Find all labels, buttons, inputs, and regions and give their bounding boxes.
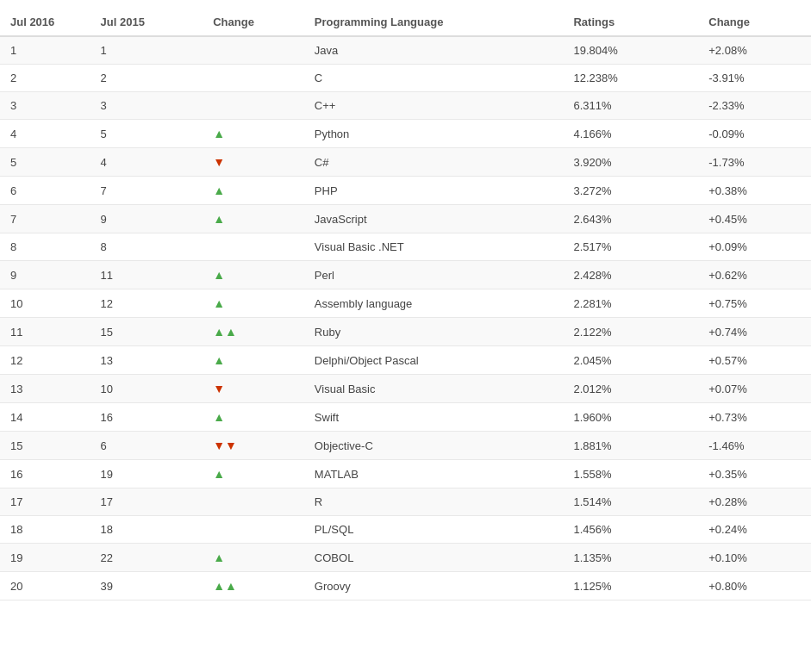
- cell-change-arrow: ▼▼: [203, 432, 304, 460]
- table-row: 13 10 ▼ Visual Basic 2.012% +0.07%: [0, 375, 811, 403]
- cell-change-value: +0.24%: [698, 516, 811, 544]
- cell-change-arrow: [203, 516, 304, 544]
- cell-jul2016: 6: [0, 177, 90, 205]
- cell-change-value: +0.80%: [698, 572, 811, 600]
- header-change2: Change: [698, 9, 811, 36]
- cell-jul2015: 11: [90, 261, 203, 289]
- cell-jul2016: 15: [0, 432, 90, 460]
- cell-change-arrow: ▲: [203, 403, 304, 432]
- cell-ratings: 6.311%: [563, 92, 698, 120]
- cell-change-arrow: [203, 65, 304, 92]
- cell-ratings: 1.514%: [563, 488, 698, 516]
- cell-change-arrow: [203, 36, 304, 65]
- cell-change-value: -1.73%: [698, 148, 811, 177]
- cell-change-value: +0.09%: [698, 233, 811, 261]
- cell-jul2015: 39: [90, 572, 203, 600]
- cell-lang: Visual Basic .NET: [304, 233, 564, 261]
- table-row: 11 15 ▲▲ Ruby 2.122% +0.74%: [0, 318, 811, 346]
- cell-change-value: -2.33%: [698, 92, 811, 120]
- cell-jul2015: 1: [90, 36, 203, 65]
- cell-ratings: 2.122%: [563, 318, 698, 346]
- header-ratings: Ratings: [563, 9, 698, 36]
- cell-lang: Visual Basic: [304, 375, 564, 403]
- cell-lang: Python: [304, 120, 564, 148]
- cell-lang: MATLAB: [304, 460, 564, 488]
- cell-jul2015: 16: [90, 403, 203, 432]
- header-jul2016: Jul 2016: [0, 9, 90, 36]
- cell-jul2016: 7: [0, 205, 90, 233]
- cell-jul2015: 17: [90, 488, 203, 516]
- cell-jul2016: 13: [0, 375, 90, 403]
- cell-jul2016: 3: [0, 92, 90, 120]
- cell-change-arrow: ▲: [203, 205, 304, 233]
- main-container: Jul 2016 Jul 2015 Change Programming Lan…: [0, 0, 811, 609]
- cell-jul2016: 8: [0, 233, 90, 261]
- cell-change-value: +2.08%: [698, 36, 811, 65]
- cell-change-arrow: ▲: [203, 544, 304, 572]
- cell-change-value: +0.35%: [698, 460, 811, 488]
- cell-jul2016: 11: [0, 318, 90, 346]
- cell-change-arrow: [203, 233, 304, 261]
- cell-ratings: 12.238%: [563, 65, 698, 92]
- table-row: 14 16 ▲ Swift 1.960% +0.73%: [0, 403, 811, 432]
- cell-change-value: +0.10%: [698, 544, 811, 572]
- cell-jul2016: 12: [0, 346, 90, 375]
- cell-change-value: -3.91%: [698, 65, 811, 92]
- table-row: 12 13 ▲ Delphi/Object Pascal 2.045% +0.5…: [0, 346, 811, 375]
- cell-ratings: 1.960%: [563, 403, 698, 432]
- cell-jul2016: 2: [0, 65, 90, 92]
- table-row: 5 4 ▼ C# 3.920% -1.73%: [0, 148, 811, 177]
- cell-jul2015: 7: [90, 177, 203, 205]
- table-row: 9 11 ▲ Perl 2.428% +0.62%: [0, 261, 811, 289]
- cell-ratings: 19.804%: [563, 36, 698, 65]
- cell-jul2016: 4: [0, 120, 90, 148]
- cell-change-value: -0.09%: [698, 120, 811, 148]
- cell-lang: R: [304, 488, 564, 516]
- table-row: 15 6 ▼▼ Objective-C 1.881% -1.46%: [0, 432, 811, 460]
- cell-ratings: 2.517%: [563, 233, 698, 261]
- cell-jul2016: 1: [0, 36, 90, 65]
- table-row: 2 2 C 12.238% -3.91%: [0, 65, 811, 92]
- header-lang: Programming Language: [304, 9, 564, 36]
- table-row: 8 8 Visual Basic .NET 2.517% +0.09%: [0, 233, 811, 261]
- cell-lang: COBOL: [304, 544, 564, 572]
- table-row: 19 22 ▲ COBOL 1.135% +0.10%: [0, 544, 811, 572]
- cell-jul2015: 13: [90, 346, 203, 375]
- table-header-row: Jul 2016 Jul 2015 Change Programming Lan…: [0, 9, 811, 36]
- cell-change-value: +0.75%: [698, 289, 811, 318]
- cell-ratings: 2.428%: [563, 261, 698, 289]
- cell-change-value: +0.74%: [698, 318, 811, 346]
- cell-change-arrow: ▲▲: [203, 318, 304, 346]
- cell-change-value: +0.62%: [698, 261, 811, 289]
- table-row: 10 12 ▲ Assembly language 2.281% +0.75%: [0, 289, 811, 318]
- cell-jul2015: 4: [90, 148, 203, 177]
- table-row: 16 19 ▲ MATLAB 1.558% +0.35%: [0, 460, 811, 488]
- cell-lang: C: [304, 65, 564, 92]
- cell-jul2016: 17: [0, 488, 90, 516]
- cell-ratings: 1.125%: [563, 572, 698, 600]
- cell-lang: C#: [304, 148, 564, 177]
- table-row: 18 18 PL/SQL 1.456% +0.24%: [0, 516, 811, 544]
- cell-lang: Java: [304, 36, 564, 65]
- cell-jul2015: 5: [90, 120, 203, 148]
- cell-lang: Delphi/Object Pascal: [304, 346, 564, 375]
- table-row: 3 3 C++ 6.311% -2.33%: [0, 92, 811, 120]
- cell-lang: Ruby: [304, 318, 564, 346]
- cell-jul2015: 18: [90, 516, 203, 544]
- cell-change-arrow: ▼: [203, 375, 304, 403]
- cell-change-arrow: ▲▲: [203, 572, 304, 600]
- header-change: Change: [203, 9, 304, 36]
- cell-ratings: 1.456%: [563, 516, 698, 544]
- cell-ratings: 1.558%: [563, 460, 698, 488]
- cell-change-value: +0.57%: [698, 346, 811, 375]
- cell-lang: C++: [304, 92, 564, 120]
- cell-jul2016: 19: [0, 544, 90, 572]
- cell-change-arrow: ▲: [203, 177, 304, 205]
- cell-change-value: +0.73%: [698, 403, 811, 432]
- cell-jul2016: 10: [0, 289, 90, 318]
- cell-jul2015: 19: [90, 460, 203, 488]
- cell-ratings: 2.012%: [563, 375, 698, 403]
- cell-jul2015: 2: [90, 65, 203, 92]
- cell-change-value: +0.38%: [698, 177, 811, 205]
- cell-change-arrow: [203, 488, 304, 516]
